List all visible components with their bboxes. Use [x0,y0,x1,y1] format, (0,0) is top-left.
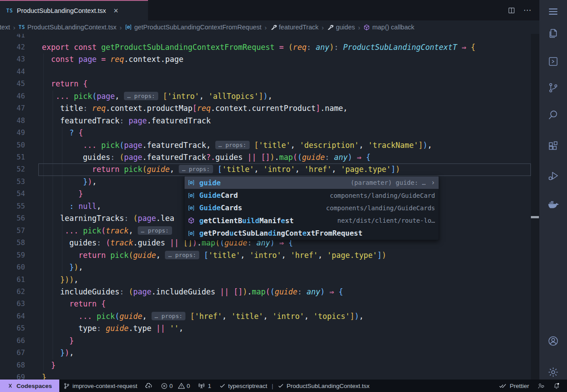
check-icon [219,383,226,389]
code-line-43[interactable]: 43 const page = req.context.page [0,53,531,65]
terminal-icon[interactable] [547,56,559,67]
suggestion-item-1[interactable]: GuideCardcomponents/landing/GuideCard [185,189,439,201]
line-number: 46 [0,90,25,102]
inlay-hint-props: … props: [124,92,158,100]
line-number: 45 [0,78,25,90]
problems-item[interactable]: 0 0 [157,380,194,392]
ports-item[interactable]: 1 [194,380,215,392]
code-line-48[interactable]: 48 featuredTrack: page.featuredTrack [0,115,531,127]
breadcrumb-item-map-callback[interactable]: map() callback [363,24,414,31]
check-icon [278,383,284,389]
code-line-41[interactable]: 41 [0,34,531,41]
code-line-69[interactable]: 69} [0,372,531,380]
line-number: 49 [0,127,25,139]
suggestion-item-3[interactable]: getClientBuildManifestnext/dist/client/r… [185,214,439,227]
breadcrumb-item-context[interactable]: ntext [0,24,10,31]
close-tab-icon[interactable]: × [114,7,119,15]
tab-title: ProductSubLandingContext.tsx [17,7,106,14]
suggestion-label: getProductSubLandingContextFromRequest [199,229,362,237]
suggestion-readmore-chevron[interactable]: › [431,179,435,187]
code-line-59[interactable]: 59 return pick(guide, … props: ['title',… [0,249,531,261]
suggestion-item-4[interactable]: getProductSubLandingContextFromRequest [185,227,439,240]
settings-gear-icon[interactable] [547,366,559,378]
explorer-icon[interactable] [547,28,559,40]
line-number: 53 [0,176,25,188]
notifications-bell-icon[interactable] [549,380,564,392]
line-number: 42 [0,41,25,53]
feedback-icon[interactable] [533,380,549,392]
suggestion-item-0[interactable]: guide(parameter) guide: …› [185,176,439,189]
line-number: 41 [0,34,25,41]
code-line-44[interactable]: 44 [0,66,531,78]
formatter-prettier-item[interactable]: Prettier [495,380,533,392]
symbol-variable-icon [188,179,196,186]
suggestion-label: guide [199,179,221,187]
code-line-51[interactable]: 51 guides: (page.featuredTrack?.guides |… [0,151,531,163]
suggestion-detail: (parameter) guide: … [350,179,426,186]
language-mode-item[interactable]: typescriptreact | ProductSubLandingConte… [215,380,374,392]
breadcrumb: ntext › TS ProductSubLandingContext.tsx … [0,20,539,34]
extensions-icon[interactable] [547,140,559,152]
docker-icon[interactable] [547,198,559,211]
code-line-52[interactable]: 52 return pick(guide, … props: ['title',… [0,163,531,176]
more-actions-icon[interactable]: ⋯ [523,5,532,15]
typescript-file-icon: TS [6,8,13,14]
code-line-63[interactable]: 63 return { [0,298,531,310]
typescript-file-icon: TS [18,24,25,30]
git-branch-item[interactable]: improve-context-request [59,380,142,392]
breadcrumb-item-file[interactable]: TS ProductSubLandingContext.tsx [18,24,116,31]
source-control-icon[interactable] [547,82,559,94]
line-number: 52 [0,163,25,176]
code-line-47[interactable]: 47 title: req.context.productMap[req.con… [0,102,531,114]
inlay-hint-props: … props: [152,312,186,320]
line-number: 54 [0,188,25,200]
symbol-variable-icon [188,230,196,237]
code-line-66[interactable]: 66 } [0,335,531,347]
wrench-icon [327,24,333,31]
breadcrumb-item-function[interactable]: getProductSubLandingContextFromRequest [125,24,261,31]
code-line-68[interactable]: 68 } [0,359,531,372]
line-number: 69 [0,372,25,380]
code-line-49[interactable]: 49 ? { [0,127,531,139]
symbol-cube-icon [363,24,370,31]
code-line-60[interactable]: 60 }), [0,261,531,274]
scrollbar-thumb[interactable] [531,216,539,218]
activity-bar [539,0,567,380]
publish-sync-button[interactable] [141,380,157,392]
run-debug-icon[interactable] [547,170,559,182]
suggestion-detail: components/landing/GuideCards [326,204,435,212]
line-number: 60 [0,261,25,274]
code-line-64[interactable]: 64 ... pick(guide, … props: ['href', 'ti… [0,310,531,323]
search-icon[interactable] [547,109,559,121]
breadcrumb-item-featuredtrack[interactable]: featuredTrack [270,24,319,31]
line-number: 66 [0,335,25,347]
remote-indicator-codespaces[interactable]: Codespaces [0,380,59,392]
editor-scrollbar[interactable] [531,34,539,380]
code-line-45[interactable]: 45 return { [0,78,531,90]
menu-icon[interactable] [547,5,559,18]
code-line-50[interactable]: 50 ... pick(page.featuredTrack, … props:… [0,139,531,151]
tab-productsublandingcontext[interactable]: TS ProductSubLandingContext.tsx × [0,0,148,20]
line-number: 47 [0,102,25,114]
suggestion-item-2[interactable]: GuideCardscomponents/landing/GuideCards [185,202,439,214]
code-line-62[interactable]: 62 includeGuides: (page.includeGuides ||… [0,286,531,298]
double-check-icon [499,383,507,389]
symbol-cube-icon [188,217,196,224]
breadcrumb-item-guides[interactable]: guides [327,24,355,31]
code-line-67[interactable]: 67 }), [0,347,531,359]
code-line-42[interactable]: 42export const getProductSubLandingConte… [0,41,531,53]
tab-bar: TS ProductSubLandingContext.tsx × ⋯ [0,0,539,20]
suggestion-detail: components/landing/GuideCard [330,192,435,199]
intellisense-suggest-widget: guide(parameter) guide: …›GuideCardcompo… [184,176,439,240]
account-icon[interactable] [547,335,559,347]
split-editor-icon[interactable] [508,7,515,14]
line-number: 64 [0,310,25,323]
code-line-65[interactable]: 65 type: guide.type || '', [0,323,531,335]
line-number: 62 [0,286,25,298]
line-number: 43 [0,53,25,65]
suggestion-detail: next/dist/client/route-lo… [337,217,435,224]
code-line-61[interactable]: 61 })), [0,274,531,286]
code-editor[interactable]: 4142export const getProductSubLandingCon… [0,34,539,380]
code-line-46[interactable]: 46 ... pick(page, … props: ['intro', 'al… [0,90,531,102]
line-number: 51 [0,151,25,163]
